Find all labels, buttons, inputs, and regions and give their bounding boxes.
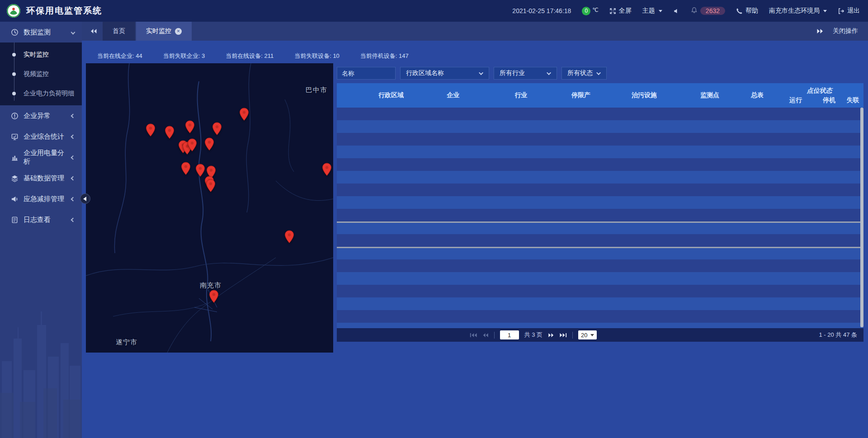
theme-label: 主题	[642, 7, 655, 15]
table-scrollbar[interactable]	[860, 108, 863, 327]
table-row[interactable]: 17阆中生态环境局阆中市江南镇阆南页岩砖瓦行业无计划正常21030	[337, 310, 863, 323]
map-pin-icon[interactable]	[284, 230, 294, 244]
sidebar-item-base-data-management[interactable]: 基础数据管理	[0, 168, 82, 188]
region-filter-select[interactable]: 行政区域名称	[400, 67, 489, 80]
map-pin-icon[interactable]	[209, 290, 219, 303]
app-title: 环保用电监管系统	[26, 5, 102, 17]
map-pin-icon[interactable]	[322, 163, 332, 176]
divider	[572, 332, 573, 339]
col-stop: 停机	[816, 95, 842, 108]
theme-menu[interactable]: 主题	[642, 7, 662, 15]
sidebar-subitem-power-load-detail[interactable]: 企业电力负荷明细	[0, 84, 82, 103]
tab-close-icon[interactable]: ✕	[175, 28, 182, 35]
table-header: 行政区域 企业 行业 停限产 治污设施 监测点 总表 点位状态 运行 停机 失联	[337, 83, 863, 108]
sidebar-item-enterprise-abnormal[interactable]: 企业异常	[0, 105, 82, 126]
sidebar-item-enterprise-statistics[interactable]: 企业综合统计	[0, 126, 82, 147]
table-row[interactable]: 5营山生态环境局营山县润丰肉食品有限食品无计划正常10010	[337, 158, 863, 171]
tabs-scroll-right-button[interactable]	[816, 28, 824, 34]
tabs: 首页实时监控✕	[103, 22, 193, 41]
sidebar-item-power-consumption-analysis[interactable]: 企业用电量分析	[0, 147, 82, 168]
table-row[interactable]: 10阆中生态环境局阆中千佛镇五郎垭页岩砖瓦行业无计划正常21003	[337, 221, 863, 234]
fullscreen-label: 全屏	[619, 7, 632, 15]
status-label: 当前在线设备:	[226, 52, 264, 59]
sidebar-subitem-label: 视频监控	[24, 70, 49, 78]
page-size-select[interactable]: 20	[578, 330, 597, 339]
next-page-button[interactable]	[548, 333, 554, 338]
map-collapse-button[interactable]	[80, 193, 90, 204]
status-value: 3	[202, 52, 205, 59]
org-menu[interactable]: 南充市生态环境局	[769, 7, 827, 15]
temperature: 0 ℃	[582, 7, 598, 15]
table-row[interactable]: 9阆中生态环境局阆中市二龙长宝页岩砖砖瓦行业无计划正常21120	[337, 209, 863, 221]
map-pin-icon[interactable]	[212, 122, 222, 136]
table-row[interactable]: 2阆中生态环境局阆中市南方节能建材有砖瓦行业无计划正常21030	[337, 120, 863, 133]
sidebar-item-emergency-reduction[interactable]: 应急减排管理	[0, 188, 82, 209]
map-pin-icon[interactable]	[206, 179, 216, 193]
brand: 环保用电监管系统	[0, 4, 190, 18]
industry-filter-select[interactable]: 所有行业	[494, 67, 557, 80]
col-meters: 总表	[739, 83, 775, 108]
app: 环保用电监管系统 2021-02-25 17:46:18 0 ℃ 全屏 主题	[0, 0, 868, 438]
map-panel[interactable]: 巴中市南充市遂宁市	[86, 63, 333, 353]
table-row[interactable]: 3仪陇生态环境局西南油气田分公司川中化工无计划正常71350	[337, 133, 863, 146]
map-pin-icon[interactable]	[239, 108, 249, 121]
fullscreen-button[interactable]: 全屏	[609, 7, 632, 15]
page-number-input[interactable]: 1	[500, 330, 519, 339]
sound-button[interactable]	[673, 8, 680, 14]
map-pin-icon[interactable]	[204, 137, 214, 151]
table-row[interactable]: 12阆中生态环境局阆中市忠信建材有限公砖瓦行业无计划正常21003	[337, 247, 863, 259]
tab-home[interactable]: 首页	[103, 22, 135, 41]
map-pin-icon[interactable]	[146, 123, 156, 137]
sidebar-item-log-view[interactable]: 日志查看	[0, 209, 82, 230]
table-row[interactable]: 18南部生态环境局南部县双佛镇页岩砖厂砖瓦行业无计划正常21030	[337, 323, 863, 328]
map-pin-icon[interactable]	[165, 126, 175, 139]
table-row[interactable]: 15阆中生态环境局阆中市光富页岩机砖厂砖瓦行业无计划正常21120	[337, 285, 863, 297]
map-city-label: 遂宁市	[116, 338, 137, 347]
last-page-button[interactable]	[560, 333, 567, 338]
col-offline: 失联	[842, 95, 863, 108]
sidebar-subitem-label: 企业电力负荷明细	[24, 89, 74, 98]
table-row[interactable]: 11阆中生态环境局阆中市五马桥页岩机砖砖瓦行业无计划正常21120	[337, 234, 863, 247]
name-filter-input[interactable]	[337, 67, 396, 80]
board-icon	[11, 133, 19, 141]
table-row[interactable]: 4高坪生态环境局南充市高坪区王家店建砖瓦行业无计划正常31220	[337, 146, 863, 158]
map-pin-icon[interactable]	[195, 164, 205, 177]
status-value: 147	[399, 52, 409, 59]
chevron-down-icon	[71, 30, 75, 34]
tab-realtime[interactable]: 实时监控✕	[136, 22, 192, 41]
sidebar-subitem-label: 实时监控	[24, 51, 49, 59]
logout-button[interactable]: 退出	[838, 7, 860, 15]
table-row[interactable]: 13阆中生态环境局阆中市金福旺页岩机砖砖瓦行业无计划正常21300	[337, 259, 863, 272]
chevron-down-icon	[596, 71, 601, 75]
logout-label: 退出	[847, 7, 860, 15]
bullet-icon	[12, 53, 16, 57]
sidebar-subitem-video-monitoring[interactable]: 视频监控	[0, 64, 82, 84]
table-row[interactable]: 6阆中生态环境局阆中市金博瑞新型墙材砖瓦行业无计划正常21120	[337, 171, 863, 184]
skyline-decoration	[0, 293, 82, 438]
tab-label: 实时监控	[146, 27, 171, 35]
fullscreen-icon	[609, 8, 616, 14]
tabs-scroll-left-button[interactable]	[86, 22, 101, 41]
org-label: 南充市生态环境局	[769, 7, 820, 15]
first-page-button[interactable]	[470, 333, 477, 338]
table-row[interactable]: 8阆中生态环境局阆中市枣碧大梁山页岩砖瓦行业无计划异常21300	[337, 196, 863, 209]
caret-down-icon	[823, 10, 827, 12]
sidebar-item-data-monitoring[interactable]: 数据监测	[0, 22, 82, 42]
table-row[interactable]: 7阆中生态环境局阆中明阳建材有限公司砖瓦行业无计划正常21300	[337, 184, 863, 196]
map-pin-icon[interactable]	[185, 120, 195, 134]
sidebar-nav: 数据监测实时监控视频监控企业电力负荷明细企业异常企业综合统计企业用电量分析基础数…	[0, 22, 82, 230]
table-row[interactable]: 1阆中生态环境局阆中强锐页岩砖厂砖瓦行业无计划正常21120	[337, 108, 863, 120]
close-actions-button[interactable]: 关闭操作	[833, 27, 858, 35]
sidebar-submenu: 实时监控视频监控企业电力负荷明细	[0, 42, 82, 105]
table-row[interactable]: 14阆中生态环境局阆中大兴页岩机砖厂砖瓦行业无计划正常21120	[337, 272, 863, 285]
map-pin-icon[interactable]	[187, 138, 197, 152]
notifications-button[interactable]: 2632	[691, 7, 725, 15]
status-filter-select[interactable]: 所有状态	[561, 67, 607, 80]
table-row[interactable]: 16阆中生态环境局阆中市石子页岩机砖厂砖瓦行业无计划正常21300	[337, 297, 863, 310]
status-label: 当前失联设备:	[294, 52, 333, 59]
prev-page-button[interactable]	[482, 333, 489, 338]
sidebar-subitem-realtime-monitoring[interactable]: 实时监控	[0, 45, 82, 64]
main-area: 首页实时监控✕ 关闭操作 当前在线企业: 44当前失联企业: 3当前在线设备: …	[82, 22, 868, 438]
help-button[interactable]: 帮助	[736, 7, 758, 15]
map-pin-icon[interactable]	[181, 162, 191, 175]
